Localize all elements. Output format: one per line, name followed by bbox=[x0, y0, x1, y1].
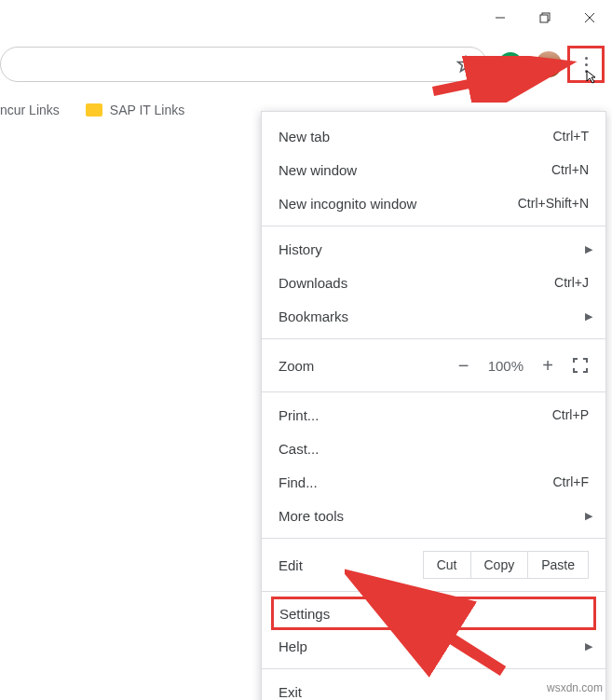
bookmark-item[interactable]: ncur Links bbox=[0, 103, 60, 117]
browser-toolbar: off bbox=[0, 43, 612, 86]
zoom-value: 100% bbox=[488, 358, 524, 374]
menu-separator bbox=[262, 338, 605, 339]
menu-item-cast[interactable]: Cast... bbox=[262, 432, 605, 465]
more-options-button[interactable] bbox=[567, 46, 605, 83]
cursor-icon bbox=[585, 69, 600, 84]
menu-separator bbox=[262, 538, 605, 539]
close-button[interactable] bbox=[567, 0, 612, 35]
chevron-right-icon: ▶ bbox=[585, 243, 592, 255]
fullscreen-icon[interactable] bbox=[572, 357, 589, 374]
menu-item-new-incognito[interactable]: New incognito window Ctrl+Shift+N bbox=[262, 186, 605, 220]
menu-item-settings[interactable]: Settings bbox=[271, 597, 596, 630]
menu-item-new-window[interactable]: New window Ctrl+N bbox=[262, 153, 605, 186]
bookmark-item[interactable]: SAP IT Links bbox=[86, 103, 184, 117]
menu-item-new-tab[interactable]: New tab Ctrl+T bbox=[262, 119, 605, 153]
menu-item-find[interactable]: Find... Ctrl+F bbox=[262, 465, 605, 499]
paste-button[interactable]: Paste bbox=[527, 551, 589, 579]
menu-item-help[interactable]: Help ▶ bbox=[262, 629, 605, 663]
chrome-menu: New tab Ctrl+T New window Ctrl+N New inc… bbox=[261, 111, 606, 700]
cut-button[interactable]: Cut bbox=[423, 551, 471, 579]
menu-item-downloads[interactable]: Downloads Ctrl+J bbox=[262, 266, 605, 299]
window-controls bbox=[478, 0, 612, 35]
minimize-button[interactable] bbox=[478, 0, 523, 35]
menu-separator bbox=[262, 668, 605, 669]
address-bar[interactable] bbox=[0, 47, 487, 82]
bookmarks-bar: ncur Links SAP IT Links bbox=[0, 103, 184, 117]
zoom-out-button[interactable]: − bbox=[455, 355, 473, 377]
extension-icon[interactable]: off bbox=[498, 52, 523, 76]
svg-marker-5 bbox=[458, 57, 474, 72]
folder-icon bbox=[86, 103, 102, 117]
chevron-right-icon: ▶ bbox=[585, 640, 592, 652]
menu-item-print[interactable]: Print... Ctrl+P bbox=[262, 398, 605, 432]
extension-badge: off bbox=[513, 71, 528, 82]
menu-separator bbox=[262, 391, 605, 392]
menu-separator bbox=[262, 226, 605, 226]
menu-item-bookmarks[interactable]: Bookmarks ▶ bbox=[262, 299, 605, 333]
copy-button[interactable]: Copy bbox=[470, 551, 529, 579]
menu-item-history[interactable]: History ▶ bbox=[262, 232, 605, 266]
maximize-button[interactable] bbox=[523, 0, 567, 35]
chevron-right-icon: ▶ bbox=[585, 510, 592, 522]
chevron-right-icon: ▶ bbox=[585, 310, 592, 323]
svg-rect-2 bbox=[540, 15, 548, 22]
menu-item-more-tools[interactable]: More tools ▶ bbox=[262, 499, 605, 532]
menu-separator bbox=[262, 591, 605, 592]
watermark: wsxdn.com bbox=[547, 681, 603, 694]
menu-item-zoom: Zoom − 100% + bbox=[262, 345, 605, 386]
zoom-in-button[interactable]: + bbox=[538, 355, 557, 377]
menu-item-edit: Edit Cut Copy Paste bbox=[262, 544, 605, 585]
profile-avatar[interactable] bbox=[536, 51, 562, 77]
bookmark-star-icon[interactable] bbox=[456, 55, 475, 74]
